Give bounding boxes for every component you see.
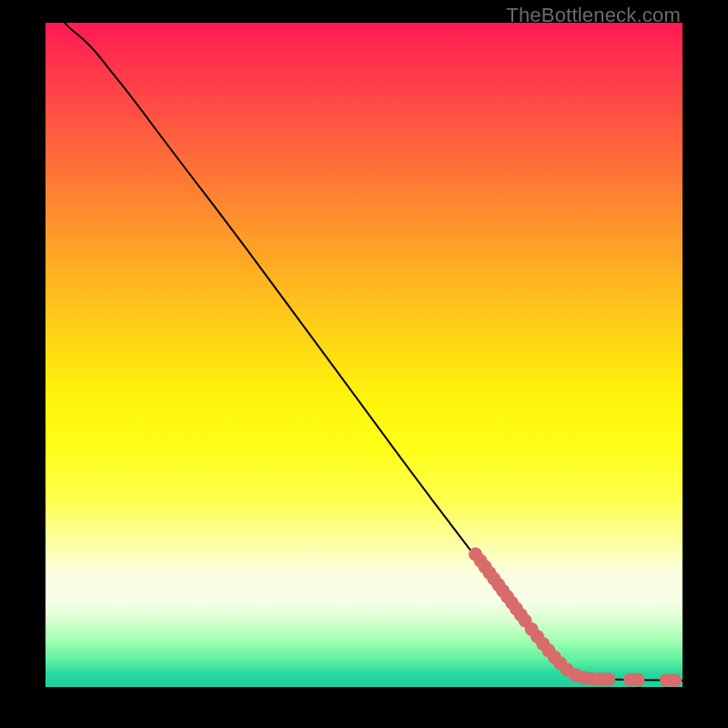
data-point: [632, 673, 645, 687]
plot-area: [46, 23, 682, 687]
curve-path: [65, 23, 682, 681]
chart-svg: [46, 23, 682, 687]
curve-line: [65, 23, 682, 681]
data-point: [602, 672, 615, 686]
chart-frame: TheBottleneck.com: [0, 0, 728, 728]
data-points: [469, 548, 682, 688]
data-point: [668, 673, 682, 687]
